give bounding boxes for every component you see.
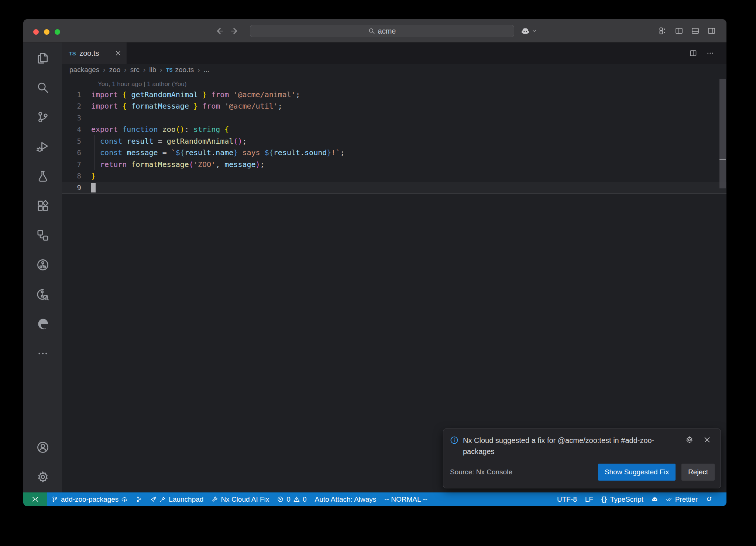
line-number: 4 — [62, 125, 91, 133]
extensions-button[interactable] — [23, 191, 62, 221]
back-button[interactable] — [214, 27, 223, 35]
branch-status-item[interactable]: add-zoo-packages — [48, 492, 132, 506]
gitlens-button[interactable] — [23, 280, 62, 309]
editor-actions-more-button[interactable] — [707, 50, 714, 57]
split-editor-button[interactable] — [690, 50, 697, 57]
reject-button[interactable]: Reject — [681, 464, 715, 481]
customize-layout-button[interactable] — [659, 27, 667, 35]
settings-button[interactable] — [23, 462, 62, 492]
code-text — [91, 183, 96, 192]
breadcrumb-item[interactable]: src — [130, 66, 140, 74]
tab-bar: TS zoo.ts — [62, 42, 726, 64]
encoding-item[interactable]: UTF-8 — [553, 492, 581, 506]
notification-source: Source: Nx Console — [450, 468, 512, 476]
account-icon — [37, 441, 49, 454]
status-label: 0 — [286, 495, 291, 504]
status-label: Auto Attach: Always — [315, 495, 376, 504]
code-line[interactable]: 4export function zoo(): string { — [62, 124, 726, 136]
eol-item[interactable]: LF — [581, 492, 597, 506]
code-line[interactable]: 7 return formatMessage('ZOO', message); — [62, 158, 726, 170]
forward-button[interactable] — [231, 27, 240, 35]
code-line[interactable]: 6 const message = `${result.name} says $… — [62, 147, 726, 159]
notification-close-icon[interactable] — [703, 436, 711, 444]
command-center-search[interactable]: acme — [250, 25, 514, 37]
line-number: 6 — [62, 149, 91, 157]
nx-console-button[interactable] — [23, 221, 62, 250]
status-label: Prettier — [675, 495, 698, 504]
linked-squares-icon — [37, 229, 49, 242]
code-line[interactable]: 3 — [62, 112, 726, 124]
explorer-button[interactable] — [23, 43, 62, 73]
copilot-icon — [521, 27, 530, 35]
nx-cloud-ai-fix-item[interactable]: Nx Cloud AI Fix — [207, 492, 273, 506]
code-text: import { formatMessage } from '@acme/uti… — [91, 102, 282, 110]
zoom-window-button[interactable] — [55, 29, 60, 35]
status-label: LF — [585, 495, 593, 504]
code-line[interactable]: 1import { getRandomAnimal } from '@acme/… — [62, 89, 726, 100]
edge-tools-button[interactable] — [23, 309, 62, 339]
breadcrumb-more[interactable]: ... — [204, 66, 210, 74]
remote-indicator[interactable] — [23, 492, 47, 506]
notifications-bell-item[interactable] — [702, 492, 716, 506]
extensions-icon — [37, 199, 49, 212]
code-line[interactable]: 5 const result = getRandomAnimal(); — [62, 135, 726, 147]
breadcrumb-separator: › — [143, 66, 145, 74]
copilot-status-item[interactable] — [647, 492, 662, 506]
breadcrumb-separator: › — [103, 66, 105, 74]
search-button[interactable] — [23, 73, 62, 102]
git-branch-icon — [52, 496, 58, 502]
minimize-window-button[interactable] — [44, 29, 49, 35]
code-text: } — [91, 171, 96, 180]
error-icon — [277, 496, 284, 502]
prettier-item[interactable]: Prettier — [662, 492, 702, 506]
double-check-icon — [666, 496, 672, 502]
notification-settings-icon[interactable] — [685, 436, 693, 444]
vim-mode-item[interactable]: -- NORMAL -- — [380, 492, 431, 506]
explorer-icon — [37, 52, 49, 64]
status-label: 0 — [303, 495, 307, 504]
source-control-graph-item[interactable] — [132, 492, 146, 506]
testing-button[interactable] — [23, 161, 62, 191]
breadcrumb-item[interactable]: zoo — [109, 66, 121, 74]
line-number: 3 — [62, 114, 91, 122]
testing-icon — [37, 170, 49, 182]
tab-zoo-ts[interactable]: TS zoo.ts — [62, 42, 127, 64]
status-bar: add-zoo-packagesLaunchpadNx Cloud AI Fix… — [23, 492, 726, 506]
additional-views-button[interactable] — [23, 339, 62, 368]
close-tab-icon[interactable] — [115, 50, 121, 57]
scrollbar-thumb[interactable] — [719, 79, 726, 188]
run-debug-button[interactable] — [23, 132, 62, 161]
breadcrumb-item[interactable]: packages — [69, 66, 99, 74]
auto-attach-item[interactable]: Auto Attach: Always — [310, 492, 380, 506]
code-line[interactable]: 2import { formatMessage } from '@acme/ut… — [62, 100, 726, 112]
code-line[interactable]: 9 — [62, 182, 726, 194]
problems-item[interactable]: 00 — [273, 492, 310, 506]
status-label: UTF-8 — [557, 495, 577, 504]
breadcrumb-file[interactable]: TSzoo.ts — [166, 66, 194, 74]
breadcrumb-separator: › — [160, 66, 162, 74]
accounts-button[interactable] — [23, 433, 62, 462]
launchpad-item[interactable]: Launchpad — [146, 492, 207, 506]
traffic-lights — [33, 29, 60, 35]
status-label: Nx Cloud AI Fix — [221, 495, 269, 504]
git-graph-button[interactable] — [23, 250, 62, 280]
toggle-primary-sidebar-button[interactable] — [675, 27, 683, 35]
status-label: TypeScript — [610, 495, 643, 504]
close-window-button[interactable] — [33, 29, 39, 35]
run-debug-icon — [37, 140, 49, 153]
toggle-secondary-sidebar-button[interactable] — [708, 27, 715, 35]
show-suggested-fix-button[interactable]: Show Suggested Fix — [598, 464, 676, 481]
source-control-button[interactable] — [23, 102, 62, 132]
settings-gear-icon — [37, 471, 49, 483]
status-label: add-zoo-packages — [61, 495, 118, 504]
breadcrumb-item[interactable]: lib — [149, 66, 156, 74]
copilot-menu-button[interactable] — [521, 19, 537, 42]
code-line[interactable]: 8} — [62, 170, 726, 182]
typescript-file-icon: TS — [166, 67, 173, 73]
text-cursor-block — [91, 183, 96, 192]
git-graph-icon — [136, 496, 142, 502]
status-label: Launchpad — [169, 495, 203, 504]
toggle-panel-button[interactable] — [691, 27, 699, 35]
vscode-window: acme TS zoo.ts — [23, 19, 726, 506]
language-item[interactable]: {}TypeScript — [597, 492, 647, 506]
